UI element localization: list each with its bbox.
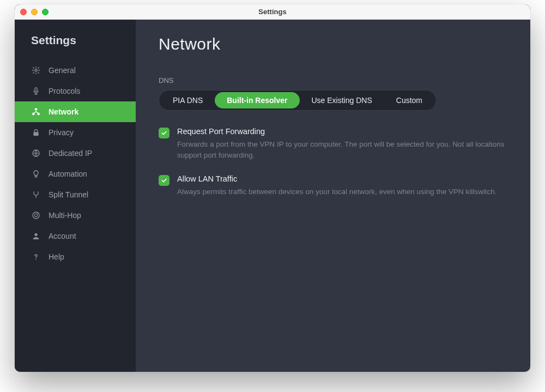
svg-point-10 (35, 258, 37, 260)
maximize-window-button[interactable] (42, 9, 49, 15)
sidebar-item-dedicated-ip[interactable]: Dedicated IP (15, 143, 136, 164)
protocols-icon (31, 86, 41, 96)
svg-rect-5 (33, 132, 38, 136)
svg-point-9 (34, 233, 37, 236)
svg-point-2 (35, 108, 37, 110)
sidebar-item-split-tunnel[interactable]: Split Tunnel (15, 184, 136, 205)
sidebar-item-label: Multi-Hop (49, 211, 81, 220)
dns-section-label: DNS (159, 76, 507, 85)
setting-content: Allow LAN TrafficAlways permits traffic … (177, 174, 507, 197)
setting-title: Allow LAN Traffic (177, 174, 507, 183)
sidebar-item-label: Account (49, 232, 76, 240)
dns-option-built-in-resolver[interactable]: Built-in Resolver (215, 92, 299, 108)
network-icon (31, 107, 41, 117)
sidebar: Settings GeneralProtocolsNetworkPrivacyD… (15, 20, 136, 372)
gear-icon (31, 65, 41, 75)
main-panel: Network DNS PIA DNSBuilt-in ResolverUse … (136, 20, 530, 372)
sidebar-item-label: Privacy (49, 128, 74, 137)
sidebar-item-label: Network (49, 107, 78, 116)
checkbox-section: Request Port ForwardingForwards a port f… (159, 127, 507, 197)
svg-rect-1 (35, 88, 37, 92)
sidebar-item-label: Help (49, 252, 64, 261)
checkbox-request-port-forwarding[interactable] (159, 128, 169, 138)
setting-description: Forwards a port from the VPN IP to your … (177, 139, 507, 160)
sidebar-item-network[interactable]: Network (15, 101, 136, 122)
svg-point-8 (38, 213, 39, 214)
minimize-window-button[interactable] (31, 9, 38, 15)
titlebar: Settings (15, 4, 530, 20)
svg-point-0 (35, 69, 37, 71)
settings-window: Settings Settings GeneralProtocolsNetwor… (15, 4, 530, 372)
setting-row-allow-lan-traffic: Allow LAN TrafficAlways permits traffic … (159, 174, 507, 197)
setting-content: Request Port ForwardingForwards a port f… (177, 127, 507, 160)
app-body: Settings GeneralProtocolsNetworkPrivacyD… (15, 20, 530, 372)
setting-row-request-port-forwarding: Request Port ForwardingForwards a port f… (159, 127, 507, 160)
setting-title: Request Port Forwarding (177, 127, 507, 136)
dns-option-use-existing-dns[interactable]: Use Existing DNS (300, 92, 384, 108)
page-title: Network (159, 35, 507, 53)
setting-description: Always permits traffic between devices o… (177, 186, 507, 197)
titlebar-title: Settings (258, 8, 286, 16)
sidebar-nav: GeneralProtocolsNetworkPrivacyDedicated … (15, 55, 136, 267)
sidebar-item-label: Dedicated IP (49, 149, 92, 158)
sidebar-item-label: Split Tunnel (49, 190, 88, 199)
sidebar-item-label: General (49, 66, 76, 75)
sidebar-item-privacy[interactable]: Privacy (15, 122, 136, 143)
window-controls (20, 9, 49, 15)
sidebar-item-help[interactable]: Help (15, 246, 136, 267)
sidebar-item-label: Protocols (49, 87, 80, 95)
dns-option-custom[interactable]: Custom (384, 92, 434, 108)
sidebar-item-account[interactable]: Account (15, 226, 136, 246)
help-icon (31, 252, 41, 262)
sidebar-item-protocols[interactable]: Protocols (15, 81, 136, 101)
sidebar-item-multi-hop[interactable]: Multi-Hop (15, 205, 136, 226)
dns-segmented-control: PIA DNSBuilt-in ResolverUse Existing DNS… (159, 90, 437, 111)
lightbulb-icon (31, 169, 41, 179)
sidebar-item-general[interactable]: General (15, 60, 136, 81)
split-icon (31, 190, 41, 200)
sidebar-item-automation[interactable]: Automation (15, 164, 136, 184)
dns-option-pia-dns[interactable]: PIA DNS (161, 92, 215, 108)
checkbox-allow-lan-traffic[interactable] (159, 175, 169, 186)
close-window-button[interactable] (20, 9, 27, 15)
lock-icon (31, 128, 41, 137)
globe-ip-icon (31, 148, 41, 158)
sidebar-item-label: Automation (49, 170, 87, 178)
sidebar-title: Settings (15, 34, 136, 55)
account-icon (31, 231, 41, 241)
multihop-icon (31, 210, 41, 220)
